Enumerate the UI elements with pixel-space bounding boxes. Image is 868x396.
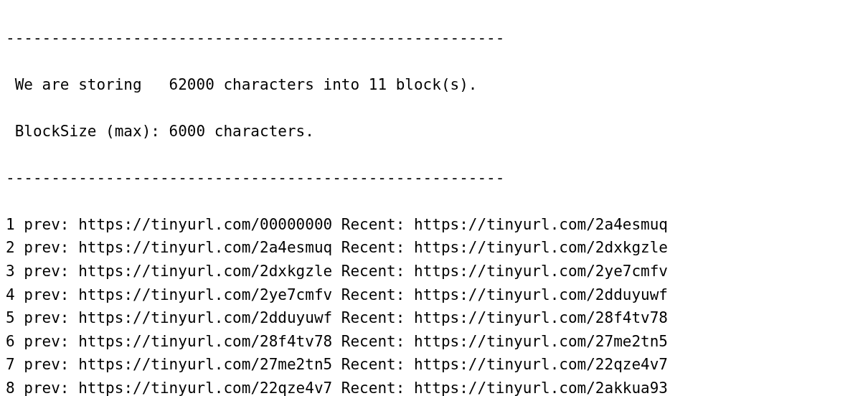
prev-url: https://tinyurl.com/2ye7cmfv bbox=[78, 286, 332, 303]
row-index: 7 bbox=[6, 356, 15, 373]
url-row: 7 prev: https://tinyurl.com/27me2tn5 Rec… bbox=[6, 353, 862, 377]
storing-line: We are storing 62000 characters into 11 … bbox=[6, 73, 862, 97]
recent-url: https://tinyurl.com/22qze4v7 bbox=[414, 356, 668, 373]
recent-label: Recent: bbox=[332, 380, 414, 396]
divider-line: ----------------------------------------… bbox=[6, 27, 862, 50]
prev-label: prev: bbox=[15, 380, 79, 396]
recent-url: https://tinyurl.com/2dduyuwf bbox=[414, 286, 668, 303]
url-row: 5 prev: https://tinyurl.com/2dduyuwf Rec… bbox=[6, 306, 862, 330]
recent-label: Recent: bbox=[332, 239, 414, 256]
row-index: 6 bbox=[6, 333, 15, 350]
recent-label: Recent: bbox=[332, 309, 414, 326]
block-count: 11 bbox=[369, 76, 387, 93]
recent-url: https://tinyurl.com/2a4esmuq bbox=[414, 216, 668, 233]
prev-label: prev: bbox=[15, 239, 79, 256]
url-rows: 1 prev: https://tinyurl.com/00000000 Rec… bbox=[6, 213, 862, 396]
recent-url: https://tinyurl.com/2dxkgzle bbox=[414, 239, 668, 256]
prev-url: https://tinyurl.com/27me2tn5 bbox=[78, 356, 332, 373]
char-count: 62000 bbox=[169, 76, 214, 93]
prev-label: prev: bbox=[15, 309, 79, 326]
terminal-output: ----------------------------------------… bbox=[0, 0, 868, 396]
url-row: 3 prev: https://tinyurl.com/2dxkgzle Rec… bbox=[6, 260, 862, 283]
blocksize-label: BlockSize (max): bbox=[6, 123, 169, 140]
row-index: 8 bbox=[6, 380, 15, 396]
prev-label: prev: bbox=[15, 216, 79, 233]
row-index: 1 bbox=[6, 216, 15, 233]
prev-url: https://tinyurl.com/2dduyuwf bbox=[78, 309, 332, 326]
url-row: 8 prev: https://tinyurl.com/22qze4v7 Rec… bbox=[6, 377, 862, 396]
recent-label: Recent: bbox=[332, 333, 414, 350]
recent-url: https://tinyurl.com/27me2tn5 bbox=[414, 333, 668, 350]
prev-url: https://tinyurl.com/22qze4v7 bbox=[78, 380, 332, 396]
storing-prefix: We are storing bbox=[6, 76, 169, 93]
prev-label: prev: bbox=[15, 356, 79, 373]
recent-label: Recent: bbox=[332, 216, 414, 233]
row-index: 4 bbox=[6, 286, 15, 303]
prev-label: prev: bbox=[15, 286, 79, 303]
url-row: 6 prev: https://tinyurl.com/28f4tv78 Rec… bbox=[6, 330, 862, 354]
url-row: 4 prev: https://tinyurl.com/2ye7cmfv Rec… bbox=[6, 283, 862, 307]
blocksize-suffix: characters. bbox=[205, 123, 314, 140]
row-index: 5 bbox=[6, 309, 15, 326]
recent-url: https://tinyurl.com/2akkua93 bbox=[414, 380, 668, 396]
recent-label: Recent: bbox=[332, 356, 414, 373]
prev-url: https://tinyurl.com/2a4esmuq bbox=[78, 239, 332, 256]
storing-mid: characters into bbox=[214, 76, 369, 93]
prev-url: https://tinyurl.com/28f4tv78 bbox=[78, 333, 332, 350]
prev-url: https://tinyurl.com/00000000 bbox=[78, 216, 332, 233]
prev-url: https://tinyurl.com/2dxkgzle bbox=[78, 263, 332, 280]
recent-label: Recent: bbox=[332, 263, 414, 280]
recent-url: https://tinyurl.com/2ye7cmfv bbox=[414, 263, 668, 280]
prev-label: prev: bbox=[15, 263, 79, 280]
prev-label: prev: bbox=[15, 333, 79, 350]
blocksize-line: BlockSize (max): 6000 characters. bbox=[6, 120, 862, 143]
divider-line: ----------------------------------------… bbox=[6, 166, 862, 190]
recent-url: https://tinyurl.com/28f4tv78 bbox=[414, 309, 668, 326]
row-index: 3 bbox=[6, 263, 15, 280]
url-row: 2 prev: https://tinyurl.com/2a4esmuq Rec… bbox=[6, 236, 862, 260]
storing-suffix: block(s). bbox=[387, 76, 477, 93]
row-index: 2 bbox=[6, 239, 15, 256]
blocksize-value: 6000 bbox=[169, 123, 206, 140]
url-row: 1 prev: https://tinyurl.com/00000000 Rec… bbox=[6, 213, 862, 237]
recent-label: Recent: bbox=[332, 286, 414, 303]
